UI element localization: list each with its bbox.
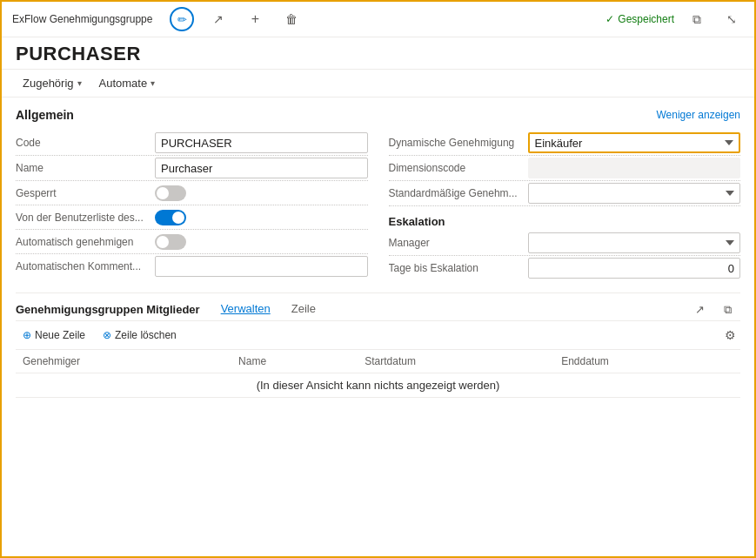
tabs-right: ↗ ⧉ (690, 300, 740, 319)
section-title: Allgemein (16, 108, 74, 122)
benutzerliste-toggle[interactable] (155, 210, 186, 225)
tage-eskalation-input[interactable] (528, 258, 741, 279)
share-icon: ↗ (213, 12, 224, 26)
tabs-section: Genehmigungsgruppen Mitglieder Verwalten… (16, 292, 740, 398)
dynamische-value: Einkäufer Manager Keine (528, 132, 741, 153)
dimensionscode-input[interactable] (528, 158, 741, 178)
main-window: ExFlow Genehmigungsgruppe ✏ ↗ + 🗑 ✓ Gesp… (0, 0, 756, 558)
top-bar-right: ✓ Gespeichert ⧉ ⤡ (605, 7, 744, 31)
standard-genehm-select[interactable] (528, 183, 741, 204)
auto-genehmigen-field-row: Automatisch genehmigen (16, 230, 368, 254)
app-title: ExFlow Genehmigungsgruppe (12, 13, 152, 25)
tage-eskalation-value (528, 258, 741, 279)
edit-button[interactable]: ✏ (170, 7, 194, 31)
code-input[interactable] (155, 132, 368, 153)
tab-verwalten[interactable]: Verwalten (211, 299, 281, 320)
code-label: Code (16, 137, 155, 149)
zugehoerig-label: Zugehörig (23, 77, 74, 90)
dynamische-label: Dynamische Genehmigung (389, 137, 528, 149)
name-field-row: Name (16, 156, 368, 181)
automate-chevron-icon: ▾ (151, 78, 155, 88)
gesperrt-field-row: Gesperrt (16, 181, 368, 205)
tabs-title: Genehmigungsgruppen Mitglieder (16, 299, 211, 319)
manager-field-row: Manager (389, 231, 741, 256)
table-header-row: Genehmiger Name Startdatum Enddatum (16, 350, 740, 373)
code-value (155, 132, 368, 153)
gesperrt-toggle[interactable] (155, 185, 186, 201)
collapse-icon: ⤡ (726, 12, 737, 26)
subtoolbar: ⊕ Neue Zeile ⊗ Zeile löschen ⚙ (16, 321, 740, 350)
manager-select[interactable] (528, 232, 741, 253)
tage-eskalation-field-row: Tage bis Eskalation (389, 256, 741, 280)
tab-zeile[interactable]: Zeile (281, 299, 326, 320)
code-field-row: Code (16, 131, 368, 156)
name-label: Name (16, 162, 155, 174)
table-empty-row: (In dieser Ansicht kann nichts angezeigt… (16, 373, 740, 398)
gesperrt-value (155, 185, 368, 201)
col-enddatum: Enddatum (554, 350, 740, 373)
action-bar: Zugehörig ▾ Automate ▾ (2, 70, 754, 97)
col-startdatum: Startdatum (358, 350, 554, 373)
gesperrt-slider (155, 185, 186, 201)
manager-value (528, 232, 741, 253)
share-button[interactable]: ↗ (206, 7, 231, 31)
table-empty-message: (In dieser Ansicht kann nichts angezeigt… (16, 373, 740, 398)
dimensionscode-value (528, 158, 741, 178)
zeile-loeschen-button[interactable]: ⊗ Zeile löschen (96, 326, 184, 344)
auto-kommentar-value (155, 256, 368, 277)
open-external-icon: ⧉ (692, 12, 701, 27)
right-column: Dynamische Genehmigung Einkäufer Manager… (389, 131, 741, 280)
form-grid: Code Name Gesperrt (16, 131, 740, 280)
benutzerliste-slider (155, 210, 186, 225)
main-content: Allgemein Weniger anzeigen Code Name (2, 97, 754, 556)
edit-icon: ✏ (177, 13, 187, 26)
delete-button[interactable]: 🗑 (279, 7, 304, 31)
eskalation-row: Eskalation (389, 206, 741, 231)
auto-kommentar-input[interactable] (155, 256, 368, 277)
section-header: Allgemein Weniger anzeigen (16, 108, 740, 122)
tabs-expand-button[interactable]: ⧉ (718, 300, 737, 319)
col-genehmiger: Genehmiger (16, 350, 231, 373)
neue-zeile-button[interactable]: ⊕ Neue Zeile (16, 326, 92, 344)
gesperrt-label: Gesperrt (16, 187, 155, 199)
open-external-button[interactable]: ⧉ (685, 7, 709, 31)
benutzerliste-value (155, 210, 368, 225)
col-name: Name (231, 350, 358, 373)
auto-kommentar-label: Automatischen Komment... (16, 260, 155, 272)
auto-genehmigen-slider (155, 234, 186, 250)
data-table: Genehmiger Name Startdatum Enddatum (In … (16, 350, 740, 398)
tabs-header: Genehmigungsgruppen Mitglieder Verwalten… (16, 293, 740, 321)
auto-genehmigen-toggle[interactable] (155, 234, 186, 250)
page-title-bar: PURCHASER (2, 37, 754, 70)
zugehoerig-button[interactable]: Zugehörig ▾ (16, 73, 89, 93)
neue-zeile-label: Neue Zeile (35, 329, 85, 341)
top-bar: ExFlow Genehmigungsgruppe ✏ ↗ + 🗑 ✓ Gesp… (2, 2, 754, 37)
dimensionscode-label: Dimensionscode (389, 162, 528, 174)
dynamische-field-row: Dynamische Genehmigung Einkäufer Manager… (389, 131, 741, 156)
page-title: PURCHASER (16, 43, 740, 65)
add-icon: + (251, 11, 259, 27)
automate-button[interactable]: Automate ▾ (92, 73, 163, 93)
eskalation-subsection-label: Eskalation (389, 215, 445, 228)
standard-genehm-value (528, 183, 741, 204)
benutzerliste-field-row: Von der Benutzerliste des... (16, 205, 368, 230)
name-input[interactable] (155, 158, 368, 178)
top-bar-actions: ✏ ↗ + 🗑 (170, 7, 304, 31)
dynamische-select[interactable]: Einkäufer Manager Keine (528, 132, 741, 153)
auto-kommentar-field-row: Automatischen Komment... (16, 254, 368, 279)
collapse-window-button[interactable]: ⤡ (719, 7, 744, 31)
name-value (155, 158, 368, 178)
add-button[interactable]: + (243, 7, 267, 31)
dimensionscode-field-row: Dimensionscode (389, 156, 741, 181)
saved-status: ✓ Gespeichert (605, 13, 674, 25)
standard-genehm-field-row: Standardmäßige Genehm... (389, 181, 741, 206)
benutzerliste-label: Von der Benutzerliste des... (16, 212, 155, 224)
tabs-share-button[interactable]: ↗ (690, 300, 709, 319)
zugehoerig-chevron-icon: ▾ (77, 78, 82, 88)
automate-label: Automate (99, 77, 148, 90)
collapse-section-link[interactable]: Weniger anzeigen (656, 109, 740, 121)
neue-zeile-icon: ⊕ (23, 329, 31, 341)
tage-eskalation-label: Tage bis Eskalation (389, 262, 528, 274)
filter-button[interactable]: ⚙ (719, 325, 740, 346)
delete-icon: 🗑 (285, 12, 298, 26)
